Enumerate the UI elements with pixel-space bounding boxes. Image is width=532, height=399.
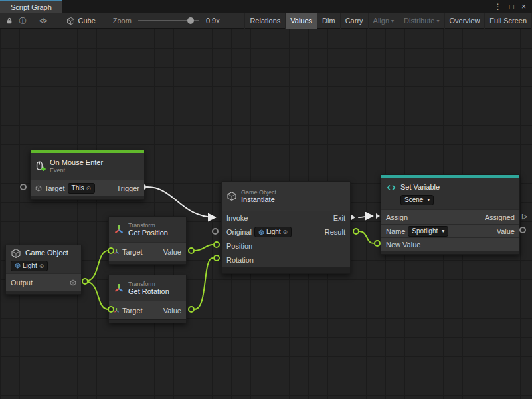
node-category: Game Object [241,189,276,196]
object-picker-icon[interactable]: ⊙ [86,184,91,192]
node-title: Set Variable [400,183,440,192]
set-variable-assign-row: Assign Assigned [381,209,519,224]
tab-script-graph[interactable]: Script Graph [0,0,62,13]
relations-button[interactable]: Relations [244,13,285,29]
variable-icon [386,182,397,193]
event-trigger-port[interactable] [144,184,148,190]
light-value-pill[interactable]: Light ⊙ [254,227,292,237]
maximize-icon[interactable]: □ [509,3,514,11]
transform-icon [114,283,124,293]
value-port-label: Value [497,227,515,235]
get-position-value-port[interactable] [188,247,195,254]
set-variable-assign-port[interactable] [376,213,380,219]
node-header: Game Object Instantiate [222,182,350,211]
carry-button[interactable]: Carry [340,13,368,29]
rotation-port-label: Rotation [226,256,254,264]
assign-port-label: Assign [386,213,408,221]
name-port-label: Name [386,227,405,235]
align-button[interactable]: Align▾ [368,13,399,29]
instantiate-rotation-port[interactable] [213,255,220,261]
get-rotation-value-port[interactable] [188,306,195,313]
set-variable-value-port[interactable] [519,227,526,233]
node-title: Get Rotation [128,287,169,296]
original-port-label: Original [226,228,252,236]
dim-button[interactable]: Dim [317,13,340,29]
game-object-output-port[interactable] [82,278,88,285]
chevron-down-icon: ▾ [437,18,440,24]
cube-icon [11,248,21,259]
connection-exit-assign[interactable] [359,216,373,217]
get-rotation-ports-row: Target Value [109,301,186,319]
connection-position-value[interactable] [195,245,213,251]
node-header: Game Object Light ⊙ [6,245,81,273]
zoom-label: Zoom [113,17,132,25]
connection-output-getrotation-target[interactable] [85,281,108,309]
node-footer [381,251,519,254]
set-variable-newvalue-port[interactable] [374,240,381,247]
get-position-target-port[interactable] [108,247,114,254]
window-controls: ⋮ □ × [494,0,532,13]
transform-icon [114,224,124,235]
cube-icon [70,279,76,286]
instantiate-position-port[interactable] [213,241,220,248]
info-icon[interactable]: ⓘ [16,13,29,29]
instantiate-position-row: Position [222,239,350,253]
set-variable-newvalue-row: New Value [381,237,519,251]
variable-scope-dropdown[interactable]: Scene ▾ [400,195,434,205]
instantiate-original-row: Original Light ⊙ Result [222,225,350,239]
output-port-label: Output [11,279,33,287]
window-menu-icon[interactable]: ⋮ [494,3,502,11]
distribute-button[interactable]: Distribute▾ [399,13,444,29]
connection-trigger-invoke[interactable] [147,187,215,217]
node-on-mouse-enter[interactable]: On Mouse Enter Event Target This ⊙ Trigg… [30,150,145,200]
overview-button[interactable]: Overview [444,13,485,29]
toolbar-buttons: Relations Values Dim Carry Align▾ Distri… [244,13,532,29]
node-title: Get Position [128,229,168,237]
node-title: On Mouse Enter [50,158,103,167]
assigned-port-label: Assigned [485,213,515,221]
event-target-input-port[interactable] [20,184,27,190]
node-footer [31,196,144,200]
instantiate-exit-port[interactable] [351,215,355,220]
instantiate-rotation-row: Rotation [222,253,350,267]
zoom-slider-handle[interactable] [187,17,194,24]
set-variable-assigned-port[interactable]: ▷ [522,213,527,220]
connection-result-newvalue[interactable] [359,231,373,243]
node-get-rotation[interactable]: Transform Get Rotation Target Value [108,275,187,323]
variable-name-dropdown[interactable]: Spotlight ▾ [408,226,448,237]
graph-canvas[interactable]: On Mouse Enter Event Target This ⊙ Trigg… [0,29,532,399]
game-object-output-row: Output [6,273,81,291]
connection-rotation-value[interactable] [195,258,213,309]
values-button[interactable]: Values [285,13,317,29]
node-game-object-literal[interactable]: Game Object Light ⊙ Output [5,245,82,295]
node-set-variable[interactable]: Set Variable Scene ▾ Assign Assigned Nam… [381,174,520,255]
graph-toolbar: ⓘ </> Cube Zoom 0.9x Relations Values Di… [0,13,532,29]
cube-icon [226,191,237,201]
this-value-pill[interactable]: This ⊙ [68,183,95,194]
zoom-slider[interactable] [138,20,199,21]
object-picker-icon[interactable]: ⊙ [39,262,44,270]
node-instantiate[interactable]: Game Object Instantiate Invoke Exit Orig… [221,181,351,274]
instantiate-result-port[interactable] [353,228,359,235]
fullscreen-button[interactable]: Full Screen [484,13,532,29]
graph-target[interactable]: Cube [66,17,95,25]
instantiate-original-port[interactable] [212,228,219,235]
node-subtitle: Event [50,167,103,174]
lock-icon[interactable] [3,13,16,29]
chevron-down-icon: ▾ [391,18,394,24]
node-title: Game Object [25,249,68,257]
light-value-pill[interactable]: Light ⊙ [11,261,48,271]
event-target-row: Target This ⊙ Trigger [31,180,144,196]
connection-output-getposition-target[interactable] [85,251,108,281]
object-picker-icon[interactable]: ⊙ [283,228,288,236]
tab-title: Script Graph [11,3,52,11]
trigger-port-label: Trigger [117,184,139,192]
mouse-enter-icon [35,161,46,172]
node-footer [6,291,81,294]
node-get-position[interactable]: Transform Get Position Target Value [108,216,187,265]
instantiate-invoke-row: Invoke Exit [222,211,350,225]
get-rotation-target-port[interactable] [108,306,114,313]
transform-icon [114,249,120,255]
code-view-icon[interactable]: </> [37,17,49,25]
close-icon[interactable]: × [521,3,526,11]
